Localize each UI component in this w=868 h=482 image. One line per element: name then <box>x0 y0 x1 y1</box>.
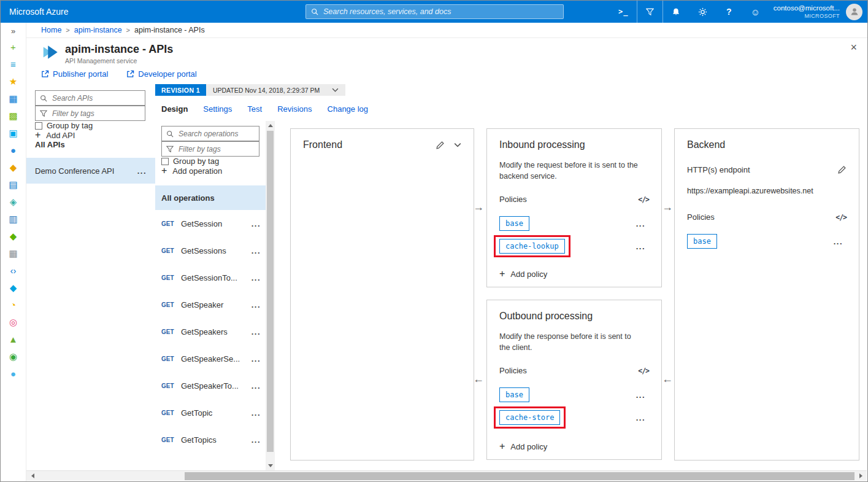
load-balancers-icon[interactable]: ◆ <box>1 227 26 244</box>
scroll-down-icon[interactable] <box>266 461 275 470</box>
operation-row[interactable]: GETGetSpeakerSe...... <box>155 345 266 372</box>
search-apis-box[interactable] <box>35 90 145 106</box>
settings-gear-icon[interactable] <box>689 1 716 23</box>
favorites-icon[interactable]: ★ <box>1 72 26 90</box>
global-search-input[interactable] <box>322 7 558 17</box>
operation-more-icon[interactable]: ... <box>252 301 261 309</box>
operation-more-icon[interactable]: ... <box>252 382 261 390</box>
operation-row[interactable]: GETGetSession... <box>155 210 266 237</box>
all-services-icon[interactable]: ≡ <box>1 55 26 72</box>
edit-pencil-icon[interactable] <box>837 165 847 174</box>
tab-test[interactable]: Test <box>247 104 262 114</box>
security-center-icon[interactable]: ▲ <box>1 330 26 348</box>
global-search-box[interactable] <box>305 4 564 19</box>
sql-databases-icon[interactable]: ▤ <box>1 176 26 193</box>
scroll-left-icon[interactable] <box>28 471 37 481</box>
operation-row[interactable]: GETGetSpeakers... <box>155 318 266 345</box>
code-editor-icon[interactable]: </> <box>835 213 847 222</box>
operation-row[interactable]: GETGetSessionTo...... <box>155 264 266 291</box>
add-api-button[interactable]: + Add API <box>35 130 145 140</box>
policy-chip-base[interactable]: base <box>687 234 717 249</box>
dashboard-icon[interactable]: ▦ <box>1 90 26 107</box>
add-operation-button[interactable]: + Add operation <box>161 166 259 176</box>
scroll-up-icon[interactable] <box>266 121 275 130</box>
cloud-shell-icon[interactable]: >_ <box>610 1 637 23</box>
storage-accounts-icon[interactable]: ▦ <box>1 244 26 262</box>
policy-chip-base[interactable]: base <box>499 387 529 402</box>
resource-groups-icon[interactable]: ▣ <box>1 124 26 141</box>
operation-row[interactable]: GETGetSessions... <box>155 237 266 264</box>
code-editor-icon[interactable]: </> <box>638 195 649 204</box>
account-menu[interactable]: contoso@microsoft... MICROSOFT <box>774 4 840 20</box>
filter-operations-input[interactable] <box>177 144 255 154</box>
feedback-smiley-icon[interactable]: ☺ <box>742 1 769 23</box>
function-apps-icon[interactable]: ◆ <box>1 158 26 176</box>
operation-row[interactable]: GETGetTopic... <box>155 399 266 426</box>
azure-ad-icon[interactable]: ◆ <box>1 279 26 296</box>
filter-operations-box[interactable] <box>161 141 259 157</box>
operation-more-icon[interactable]: ... <box>252 220 261 228</box>
scrollbar-thumb[interactable] <box>185 472 855 480</box>
checkbox[interactable] <box>161 158 169 165</box>
api-more-icon[interactable]: ... <box>137 167 147 175</box>
all-resources-icon[interactable]: ▩ <box>1 107 26 124</box>
policy-more-icon[interactable]: ... <box>636 220 645 228</box>
operation-row[interactable]: GETGetSpeaker... <box>155 291 266 318</box>
help-support-icon[interactable]: ● <box>1 365 26 382</box>
tab-design[interactable]: Design <box>161 104 188 114</box>
scroll-right-icon[interactable] <box>856 471 866 481</box>
advisor-icon[interactable]: ◎ <box>1 313 26 330</box>
tab-settings[interactable]: Settings <box>203 104 232 114</box>
operation-more-icon[interactable]: ... <box>252 436 261 444</box>
app-services-icon[interactable]: ● <box>1 141 26 158</box>
chevron-down-icon[interactable] <box>454 142 461 147</box>
group-by-tag-operations[interactable]: Group by tag <box>161 157 259 166</box>
operations-scrollbar[interactable] <box>266 121 275 470</box>
policy-more-icon[interactable]: ... <box>636 391 645 399</box>
edit-pencil-icon[interactable] <box>436 141 445 150</box>
cost-management-icon[interactable]: ◉ <box>1 348 26 365</box>
cosmos-db-icon[interactable]: ◈ <box>1 193 26 210</box>
expand-sidebar-icon[interactable]: » <box>11 26 15 36</box>
chevron-down-icon[interactable] <box>332 88 339 92</box>
directory-filter-icon[interactable] <box>637 1 663 23</box>
avatar[interactable] <box>846 4 862 20</box>
all-operations-item[interactable]: All operations <box>155 185 266 210</box>
virtual-machines-icon[interactable]: ▥ <box>1 210 26 227</box>
api-item-demo-conference[interactable]: Demo Conference API ... <box>26 158 155 184</box>
checkbox[interactable] <box>35 122 42 130</box>
group-by-tag-apis[interactable]: Group by tag <box>35 121 145 130</box>
add-policy-button[interactable]: + Add policy <box>499 269 547 279</box>
add-policy-button[interactable]: + Add policy <box>499 441 547 451</box>
monitor-icon[interactable]: ◔ <box>1 296 26 313</box>
policy-chip-cache-lookup[interactable]: cache-lookup <box>499 239 565 254</box>
operation-more-icon[interactable]: ... <box>252 328 261 336</box>
help-icon[interactable]: ? <box>716 1 742 23</box>
policy-chip-cache-store[interactable]: cache-store <box>499 410 560 425</box>
create-resource-icon[interactable]: + <box>1 38 26 55</box>
search-operations-input[interactable] <box>177 129 255 139</box>
scrollbar-thumb[interactable] <box>267 131 274 452</box>
operation-more-icon[interactable]: ... <box>252 409 261 417</box>
operation-more-icon[interactable]: ... <box>252 247 261 255</box>
filter-apis-input[interactable] <box>51 109 140 119</box>
horizontal-scrollbar[interactable] <box>26 470 867 481</box>
breadcrumb-home[interactable]: Home <box>41 26 61 34</box>
developer-portal-link[interactable]: Developer portal <box>126 69 196 79</box>
filter-apis-box[interactable] <box>35 106 145 121</box>
publisher-portal-link[interactable]: Publisher portal <box>41 69 108 79</box>
virtual-networks-icon[interactable]: ‹› <box>1 262 26 279</box>
search-operations-box[interactable] <box>161 126 259 141</box>
close-icon[interactable]: × <box>850 42 857 53</box>
policy-more-icon[interactable]: ... <box>636 243 645 251</box>
tab-change-log[interactable]: Change log <box>328 104 369 114</box>
policy-chip-base[interactable]: base <box>499 216 529 231</box>
revision-selector[interactable]: REVISION 1 UPDATED Nov 14, 2018, 2:29:37… <box>155 84 345 96</box>
code-editor-icon[interactable]: </> <box>638 367 649 375</box>
policy-more-icon[interactable]: ... <box>834 238 843 246</box>
search-apis-input[interactable] <box>51 93 140 103</box>
operation-more-icon[interactable]: ... <box>252 355 261 363</box>
tab-revisions[interactable]: Revisions <box>277 104 312 114</box>
breadcrumb-apim-instance[interactable]: apim-instance <box>74 26 122 34</box>
operation-row[interactable]: GETGetTopics... <box>155 426 266 453</box>
